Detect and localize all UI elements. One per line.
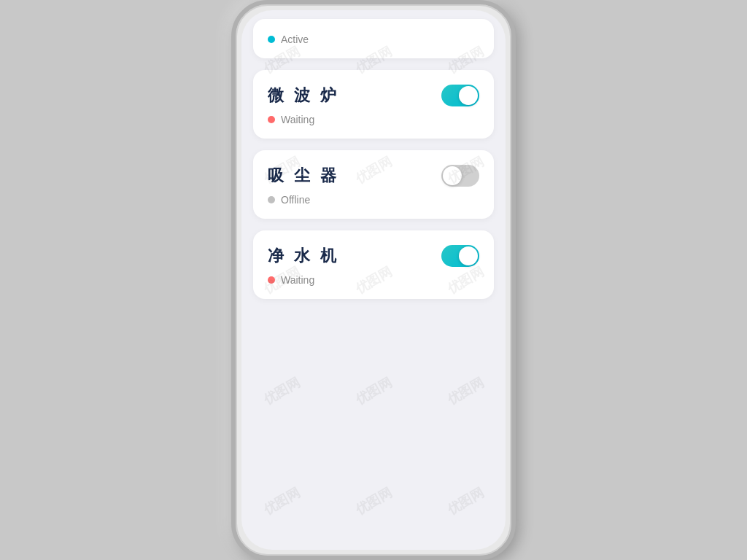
toggle-knob-microwave: [459, 86, 478, 105]
status-label-vacuum: Offline: [281, 194, 310, 206]
card-header-vacuum: 吸 尘 器: [268, 165, 479, 187]
device-name-water-purifier: 净 水 机: [268, 245, 339, 267]
phone-screen: Active 微 波 炉 Waiting 吸 尘 器: [241, 10, 506, 550]
device-card-microwave: 微 波 炉 Waiting: [253, 70, 494, 139]
status-dot-active: [268, 36, 275, 43]
card-header-microwave: 微 波 炉: [268, 85, 479, 106]
status-row-water-purifier: Waiting: [268, 274, 479, 286]
status-dot-water-purifier: [268, 276, 275, 284]
status-label-water-purifier: Waiting: [281, 274, 314, 286]
phone-frame: Active 微 波 炉 Waiting 吸 尘 器: [231, 0, 516, 560]
toggle-knob-water-purifier: [459, 246, 478, 265]
status-row-microwave: Waiting: [268, 114, 479, 125]
status-row-vacuum: Offline: [268, 194, 479, 206]
status-row-active: Active: [268, 34, 479, 45]
toggle-vacuum[interactable]: [441, 165, 479, 187]
status-label-active: Active: [281, 34, 309, 45]
status-dot-microwave: [268, 116, 275, 123]
card-partial-top: Active: [253, 19, 494, 58]
device-name-microwave: 微 波 炉: [268, 85, 339, 106]
device-name-vacuum: 吸 尘 器: [268, 165, 339, 187]
status-label-microwave: Waiting: [281, 114, 314, 125]
toggle-water-purifier[interactable]: [441, 245, 479, 267]
status-dot-vacuum: [268, 196, 275, 203]
card-header-water-purifier: 净 水 机: [268, 245, 479, 267]
device-card-vacuum: 吸 尘 器 Offline: [253, 150, 494, 219]
toggle-knob-vacuum: [443, 166, 462, 185]
device-card-water-purifier: 净 水 机 Waiting: [253, 230, 494, 299]
screen-content: Active 微 波 炉 Waiting 吸 尘 器: [241, 10, 506, 550]
toggle-microwave[interactable]: [441, 85, 479, 106]
